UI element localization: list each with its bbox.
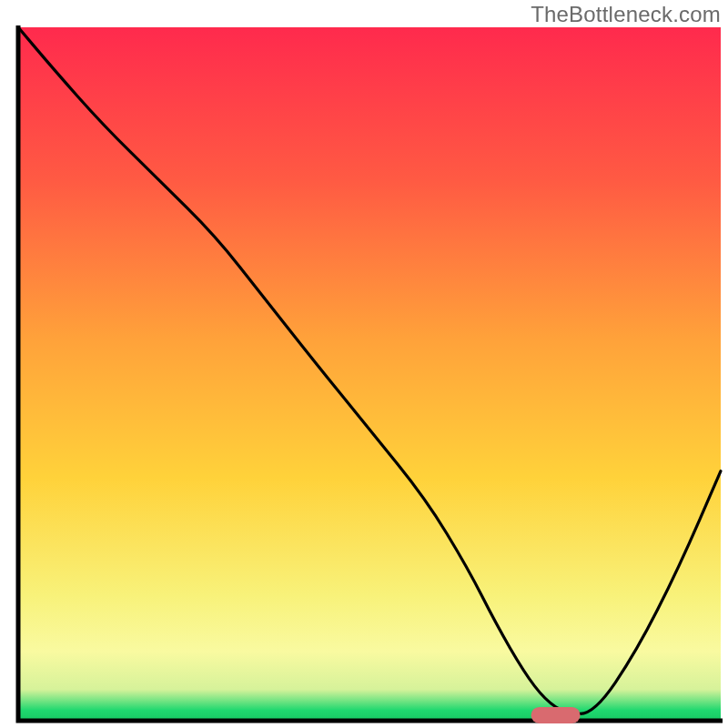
bottleneck-curve-chart (0, 0, 728, 728)
watermark-text: TheBottleneck.com (531, 2, 721, 27)
chart-container: TheBottleneck.com (0, 0, 728, 728)
